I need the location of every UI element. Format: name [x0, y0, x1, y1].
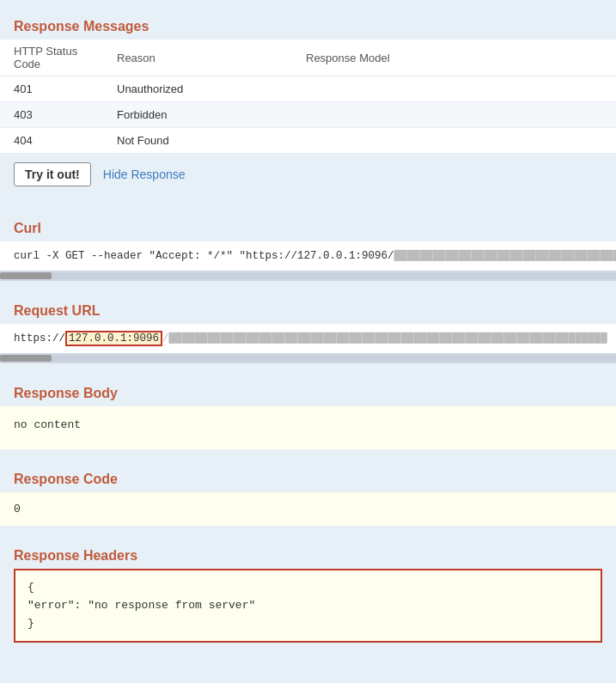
status-code-403: 403 — [0, 102, 103, 128]
model-404 — [292, 128, 616, 154]
hide-response-link[interactable]: Hide Response — [103, 168, 186, 181]
table-row: 403 Forbidden — [0, 102, 616, 128]
response-body-title: Response Body — [0, 375, 616, 406]
response-code-section: Response Code 0 — [0, 453, 616, 529]
request-url-section: Request URL https://127.0.0.1:9096/█████… — [0, 284, 616, 367]
headers-line-1: { — [27, 579, 589, 597]
curl-section: Curl curl -X GET --header "Accept: */*" … — [0, 202, 616, 284]
url-scrollbar-thumb[interactable] — [0, 355, 52, 362]
response-code-title: Response Code — [0, 461, 616, 492]
response-table: HTTP Status Code Reason Response Model 4… — [0, 40, 616, 154]
response-code-block: 0 — [0, 492, 616, 526]
page-container: Response Messages HTTP Status Code Reaso… — [0, 0, 616, 663]
curl-code-block: curl -X GET --header "Accept: */*" "http… — [0, 241, 616, 271]
status-code-401: 401 — [0, 76, 103, 102]
url-highlighted-host: 127.0.0.1:9096 — [65, 331, 162, 346]
response-body-value: no content — [14, 418, 81, 431]
reason-unauthorized: Unauthorized — [103, 76, 292, 102]
col-header-model: Response Model — [292, 40, 616, 76]
curl-scrollbar-track[interactable] — [0, 272, 616, 279]
response-headers-title: Response Headers — [0, 538, 616, 569]
curl-code-container: curl -X GET --header "Accept: */*" "http… — [0, 241, 616, 281]
model-403 — [292, 102, 616, 128]
col-header-code: HTTP Status Code — [0, 40, 103, 76]
response-body-section: Response Body no content — [0, 367, 616, 453]
reason-not-found: Not Found — [103, 128, 292, 154]
action-row: Try it out! Hide Response — [0, 154, 616, 198]
response-messages-title: Response Messages — [0, 9, 616, 40]
curl-command: curl -X GET --header "Accept: */*" "http… — [14, 250, 616, 262]
col-header-reason: Reason — [103, 40, 292, 76]
curl-scrollbar[interactable] — [0, 271, 616, 281]
response-table-wrapper: HTTP Status Code Reason Response Model 4… — [0, 40, 616, 154]
response-messages-section: Response Messages HTTP Status Code Reaso… — [0, 0, 616, 202]
try-it-out-button[interactable]: Try it out! — [14, 162, 91, 186]
headers-line-3: } — [27, 615, 589, 633]
request-url-title: Request URL — [0, 293, 616, 324]
url-scrollbar[interactable] — [0, 353, 616, 363]
table-row: 401 Unauthorized — [0, 76, 616, 102]
headers-line-2: "error": "no response from server" — [27, 597, 589, 615]
request-url-code-block: https://127.0.0.1:9096/█████████████████… — [0, 324, 616, 353]
table-row: 404 Not Found — [0, 128, 616, 154]
url-path: /███████████████████████████████████████… — [162, 332, 607, 345]
url-scrollbar-track[interactable] — [0, 355, 616, 362]
reason-forbidden: Forbidden — [103, 102, 292, 128]
request-url-code-container: https://127.0.0.1:9096/█████████████████… — [0, 324, 616, 363]
response-code-value: 0 — [14, 503, 21, 515]
response-headers-section: Response Headers { "error": "no response… — [0, 529, 616, 646]
response-headers-block: { "error": "no response from server" } — [14, 569, 602, 643]
url-prefix: https:// — [14, 332, 65, 345]
status-code-404: 404 — [0, 128, 103, 154]
response-body-block: no content — [0, 406, 616, 449]
model-401 — [292, 76, 616, 102]
curl-scrollbar-thumb[interactable] — [0, 272, 52, 279]
curl-title: Curl — [0, 210, 616, 241]
